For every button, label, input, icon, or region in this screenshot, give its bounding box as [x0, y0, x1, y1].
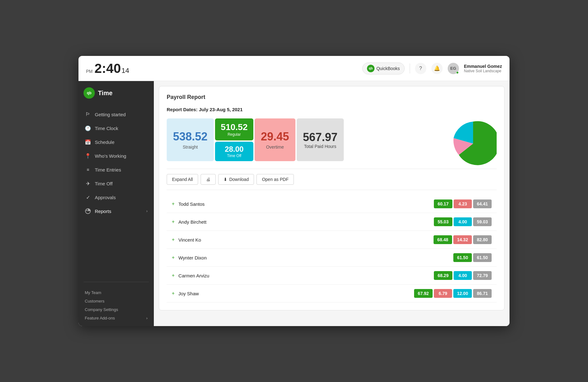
quickbooks-label: QuickBooks — [376, 66, 400, 71]
list-icon: ≡ — [85, 166, 91, 173]
expand-row-icon[interactable]: + — [172, 273, 175, 278]
employee-name: Andy Birchett — [178, 219, 434, 225]
sidebar-item-time-off[interactable]: ✈ Time Off — [78, 177, 154, 190]
toolbar: Expand All 🖨 ⬇ Download Open as PDF — [167, 174, 497, 190]
expand-row-icon[interactable]: + — [172, 291, 175, 296]
sidebar-item-time-entries[interactable]: ≡ Time Entries — [78, 163, 154, 177]
chart-icon — [85, 208, 91, 214]
sidebar-item-label: Getting started — [95, 112, 148, 117]
flag-icon: 🏳 — [85, 111, 91, 117]
sidebar-footer-feature-addons[interactable]: Feature Add-ons › — [85, 314, 148, 322]
user-name: Emmanuel Gomez — [464, 64, 502, 69]
print-button[interactable]: 🖨 — [201, 174, 216, 185]
open-pdf-button[interactable]: Open as PDF — [256, 174, 294, 185]
employee-name: Wynter Dixon — [178, 255, 453, 260]
badge-overtime: 6.79 — [434, 289, 452, 298]
sidebar-item-label: Who's Working — [95, 153, 148, 159]
sidebar-footer-customers[interactable]: Customers — [85, 297, 148, 305]
expand-row-icon[interactable]: + — [172, 201, 175, 207]
sidebar-item-time-clock[interactable]: 🕐 Time Clock — [78, 121, 154, 135]
quickbooks-icon: qb — [367, 65, 375, 72]
badge-total: 64.41 — [473, 199, 492, 208]
badge-total: 86.71 — [473, 289, 492, 298]
clock-period: PM — [86, 69, 93, 74]
sidebar-item-label: Reports — [95, 209, 143, 214]
stat-straight: 538.52 Straight — [167, 118, 214, 161]
stat-total: 567.97 Total Paid Hours — [297, 118, 344, 161]
logo-icon: qb — [84, 87, 95, 99]
sidebar-item-label: Approvals — [95, 195, 148, 200]
stat-regular-value: 510.52 — [221, 122, 248, 132]
badge-regular: 68.48 — [434, 235, 452, 244]
table-row: + Andy Birchett 55.03 4.00 59.03 — [167, 213, 497, 231]
sidebar-item-whos-working[interactable]: 📍 Who's Working — [78, 149, 154, 163]
badge-total: 82.80 — [473, 235, 492, 244]
badge-overtime: 4.23 — [454, 199, 472, 208]
hour-badges: 67.92 6.79 12.00 86.71 — [414, 289, 492, 298]
employee-name: Todd Santos — [178, 201, 434, 207]
stat-timeoff: 28.00 Time Off — [215, 142, 253, 161]
badge-total: 72.79 — [473, 271, 492, 280]
badge-timeoff: 4.00 — [454, 271, 472, 280]
sidebar-item-approvals[interactable]: ✓ Approvals — [78, 190, 154, 204]
online-indicator — [456, 71, 459, 74]
main-content: Payroll Report Report Dates: July 23-Aug… — [154, 81, 510, 326]
badge-total: 61.50 — [473, 253, 492, 262]
avatar-initials: EG — [450, 66, 456, 71]
main-layout: qb Time 🏳 Getting started 🕐 Time Clock 📅… — [78, 81, 510, 326]
stat-total-value: 567.97 — [303, 131, 337, 144]
chevron-right-icon: › — [146, 209, 148, 213]
sidebar-item-schedule[interactable]: 📅 Schedule — [78, 135, 154, 149]
expand-row-icon[interactable]: + — [172, 237, 175, 243]
top-bar: PM 2:40 14 qb QuickBooks ? 🔔 EG Emmanuel… — [78, 56, 510, 81]
user-company: Native Soil Landscape — [464, 69, 502, 73]
pie-chart-area — [450, 120, 497, 167]
sidebar-footer: My Team Customers Company Settings Featu… — [78, 285, 154, 326]
sidebar-footer-company-settings[interactable]: Company Settings — [85, 305, 148, 314]
badge-regular: 61.50 — [453, 253, 472, 262]
sidebar-logo: qb Time — [78, 81, 154, 105]
stat-timeoff-value: 28.00 — [225, 145, 244, 154]
employee-name: Carmen Arvizu — [178, 273, 434, 278]
employee-list: + Todd Santos 60.17 4.23 64.41 + Andy Bi… — [167, 195, 497, 303]
clock-time: 2:40 — [94, 61, 121, 76]
sidebar-item-label: Time Clock — [95, 126, 148, 131]
sidebar-divider — [84, 282, 149, 282]
badge-regular: 68.29 — [434, 271, 452, 280]
stat-overtime-value: 29.45 — [261, 130, 289, 143]
sidebar-nav: 🏳 Getting started 🕐 Time Clock 📅 Schedul… — [78, 105, 154, 279]
expand-row-icon[interactable]: + — [172, 219, 175, 225]
table-row: + Joy Shaw 67.92 6.79 12.00 86.71 — [167, 285, 497, 303]
report-title: Payroll Report — [167, 94, 497, 101]
badge-total: 59.03 — [473, 217, 492, 226]
expand-row-icon[interactable]: + — [172, 255, 175, 260]
expand-all-button[interactable]: Expand All — [167, 174, 198, 185]
quickbooks-button[interactable]: qb QuickBooks — [362, 63, 405, 74]
table-row: + Wynter Dixon 61.50 61.50 — [167, 249, 497, 267]
table-row: + Todd Santos 60.17 4.23 64.41 — [167, 195, 497, 213]
sidebar-item-label: Time Entries — [95, 167, 148, 172]
sidebar: qb Time 🏳 Getting started 🕐 Time Clock 📅… — [78, 81, 154, 326]
help-icon: ? — [419, 66, 422, 71]
feature-addons-label: Feature Add-ons — [85, 316, 115, 320]
stats-and-pie: 538.52 Straight 510.52 Regular 28.00 — [167, 118, 497, 169]
badge-regular: 55.03 — [434, 217, 452, 226]
sidebar-item-reports[interactable]: Reports › — [78, 204, 154, 218]
print-icon: 🖨 — [206, 177, 210, 182]
chevron-right-icon: › — [146, 316, 148, 320]
avatar: EG — [448, 63, 459, 74]
employee-name: Vincent Ko — [178, 237, 434, 243]
download-label: Download — [229, 177, 249, 182]
stat-overtime: 29.45 Overtime — [255, 118, 295, 161]
help-button[interactable]: ? — [415, 63, 426, 74]
stat-straight-label: Straight — [183, 145, 198, 150]
stat-straight-value: 538.52 — [173, 130, 208, 143]
plane-icon: ✈ — [85, 180, 91, 187]
calendar-icon: 📅 — [85, 139, 91, 145]
notifications-button[interactable]: 🔔 — [431, 63, 443, 74]
download-button[interactable]: ⬇ Download — [218, 174, 254, 185]
sidebar-footer-my-team[interactable]: My Team — [85, 288, 148, 297]
stat-timeoff-label: Time Off — [227, 154, 241, 158]
sidebar-item-getting-started[interactable]: 🏳 Getting started — [78, 107, 154, 121]
badge-timeoff: 12.00 — [453, 289, 472, 298]
